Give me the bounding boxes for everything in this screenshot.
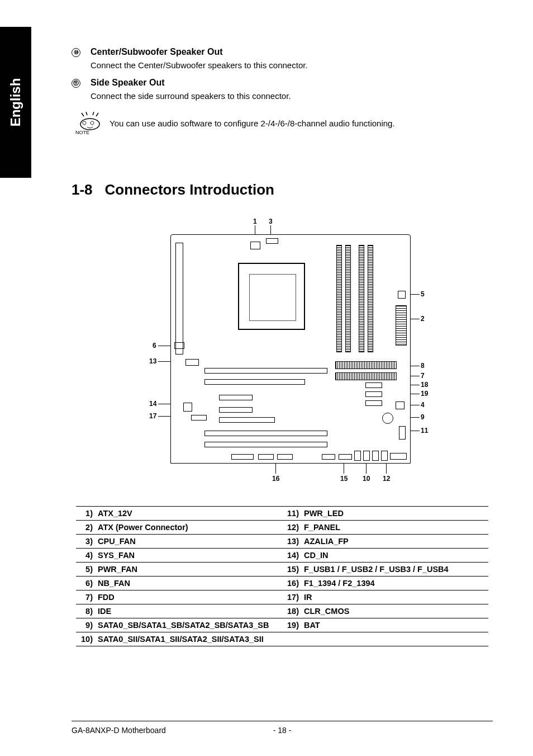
diagram-label-16: 16 [272,475,279,483]
satasii [372,451,379,461]
con-num: 11) [282,507,302,520]
pwrled [399,426,406,440]
table-row: 1) ATX_12V 11) PWR_LED [76,507,488,521]
slot [204,379,305,385]
dimm [368,245,373,352]
con-name: NB_FAN [96,577,282,590]
footer-right [353,726,493,735]
con-num: 10) [76,632,96,646]
connectors-table: 1) ATX_12V 11) PWR_LED 2) ATX (Power Con… [76,506,488,646]
table-row: 8) IDE 18) CLR_CMOS [76,604,488,618]
fpanel [390,453,407,460]
diagram-label-17: 17 [149,412,156,420]
con-num: 14) [282,549,302,562]
motherboard-diagram: 1 3 6 13 14 17 5 2 8 7 18 19 4 9 11 16 [126,218,439,486]
section-center-sub: ⑩Center/Subwoofer Speaker Out Connect th… [72,47,493,70]
marker-icon: ⑪ [72,79,80,88]
language-tab: English [0,27,31,178]
table-row: 2) ATX (Power Connector) 12) F_PANEL [76,521,488,535]
section-title-text: Side Speaker Out [91,78,165,87]
dimm [359,245,364,352]
section-desc: Connect the Center/Subwoofer speakers to… [91,60,493,70]
pwrfan [398,291,406,299]
con-name: F_USB1 / F_USB2 / F_USB3 / F_USB4 [302,563,488,576]
table-row: 4) SYS_FAN 14) CD_IN [76,549,488,563]
slot [219,417,275,423]
con-name: SYS_FAN [96,549,282,562]
diagram-label-11: 11 [421,427,428,434]
atx [396,305,407,346]
diagram-label-19: 19 [421,390,428,398]
con-name: PWR_LED [302,507,488,520]
sata [365,400,382,406]
footer-center: - 18 - [212,726,352,735]
fusb [339,454,352,460]
diagram-label-4: 4 [421,401,425,409]
con-num: 2) [76,521,96,534]
con-num: 6) [76,577,96,590]
slot [204,431,327,436]
con-name: BAT [302,618,488,632]
leader-line [386,462,387,474]
slot [219,407,253,413]
note-label: NOTE [75,130,89,135]
diagram-label-7: 7 [421,372,425,380]
heading-number: 1-8 [72,181,93,199]
section-title-text: Center/Subwoofer Speaker Out [91,47,223,56]
ir [191,415,207,420]
diagram-label-9: 9 [421,413,425,421]
footer-left: GA-8ANXP-D Motherboard [72,726,212,735]
azalia [185,359,199,366]
con-num: 17) [282,590,302,604]
con-name: CD_IN [302,549,488,562]
con-num: 4) [76,549,96,562]
table-row: 5) PWR_FAN 15) F_USB1 / F_USB2 / F_USB3 … [76,563,488,577]
dimm [345,245,351,352]
section-title: ⑪Side Speaker Out [72,78,493,88]
con-num: 18) [282,604,302,618]
con-name: IDE [96,604,282,618]
satasii [381,451,388,461]
fdd [335,372,397,380]
diagram-label-8: 8 [421,362,425,370]
diagram-label-1: 1 [253,218,257,225]
con-num: 5) [76,563,96,576]
con-name: CLR_CMOS [302,604,488,618]
leader-line [344,462,344,474]
table-row: 7) FDD 17) IR [76,590,488,604]
con-num: 15) [282,563,302,576]
sysfan [396,401,404,409]
language-tab-text: English [8,78,23,127]
section-side-speaker: ⑪Side Speaker Out Connect the side surro… [72,78,493,101]
con-name: SATA0_SII/SATA1_SII/SATA2_SII/SATA3_SII [96,632,282,646]
cpufan [266,238,278,244]
con-num: 16) [282,577,302,590]
con-name: F1_1394 / F2_1394 [302,577,488,590]
diagram-label-5: 5 [421,290,425,298]
con-name: ATX_12V [96,507,282,520]
fusb [322,454,335,460]
table-row: 3) CPU_FAN 13) AZALIA_FP [76,535,488,549]
con-name: CPU_FAN [96,535,282,548]
con-name: AZALIA_FP [302,535,488,548]
sata [365,391,382,397]
diagram-label-10: 10 [363,475,370,483]
con-num: 8) [76,604,96,618]
diagram-label-6: 6 [153,342,156,349]
con-num: 1) [76,507,96,520]
table-row: 10) SATA0_SII/SATA1_SII/SATA2_SII/SATA3_… [76,632,488,646]
slot [204,442,327,447]
f1394 [231,454,254,460]
note-block: NOTE You can use audio software to confi… [78,112,493,134]
diagram-label-3: 3 [269,218,273,225]
ide [335,361,397,369]
diagram-label-18: 18 [421,381,428,389]
note-text: You can use audio software to configure … [110,119,395,128]
diagram-label-13: 13 [149,357,156,365]
table-row: 6) NB_FAN 16) F1_1394 / F2_1394 [76,577,488,590]
con-num: 13) [282,535,302,548]
con-num: 19) [282,618,302,632]
dimm [336,245,342,352]
hdr [277,454,293,460]
slot [204,368,327,374]
